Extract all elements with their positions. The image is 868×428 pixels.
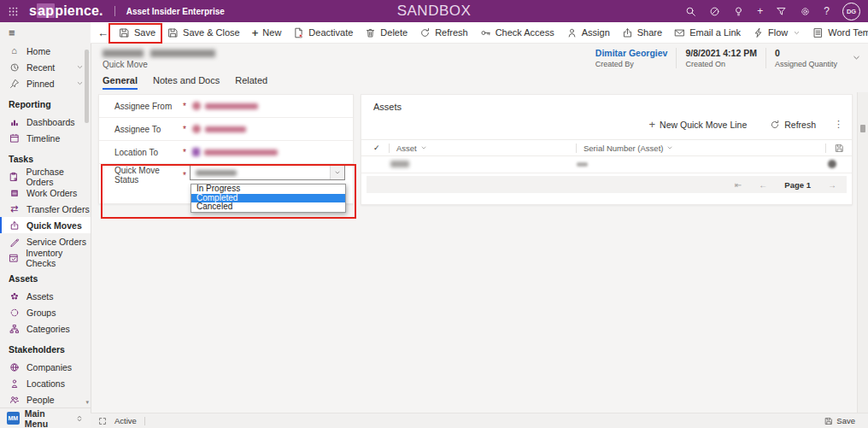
redacted-value	[204, 150, 278, 155]
scrollbar-thumb[interactable]	[85, 50, 89, 123]
back-button[interactable]: ←	[92, 26, 113, 40]
hierarchy-icon	[9, 323, 20, 334]
sidebar-item-companies[interactable]: Companies	[0, 359, 91, 375]
redacted-icon	[192, 148, 200, 156]
search-icon[interactable]	[685, 6, 696, 17]
sidebar-item-locations[interactable]: Locations	[0, 375, 91, 391]
command-label: Refresh	[435, 27, 468, 38]
sitemap-sidebar: ≡ ⌂ Home Recent Pinned Reporting Dashboa…	[0, 22, 91, 428]
email-link-button[interactable]: Email a Link	[668, 23, 747, 42]
command-label: Email a Link	[689, 27, 741, 38]
column-header-asset[interactable]: Asset	[390, 144, 576, 153]
slash-circle-icon[interactable]	[709, 6, 720, 17]
chevron-down-icon[interactable]	[76, 63, 84, 71]
sidebar-item-assets[interactable]: Assets	[0, 288, 91, 304]
assignee-from-lookup[interactable]	[192, 102, 258, 110]
sidebar-item-label: Service Orders	[26, 237, 86, 247]
help-icon[interactable]: ?	[824, 6, 830, 16]
new-quick-move-line-button[interactable]: + New Quick Move Line	[644, 118, 753, 131]
gear-icon[interactable]	[800, 6, 811, 17]
record-title-redacted	[150, 50, 215, 57]
subgrid-title: Assets	[373, 102, 402, 112]
assign-button[interactable]: Assign	[560, 23, 616, 42]
sidebar-item-label: Locations	[26, 378, 65, 389]
required-marker: *	[183, 125, 186, 134]
envelope-icon	[674, 27, 685, 38]
clock-icon	[9, 62, 20, 73]
sidebar-section-reporting: Reporting	[0, 91, 91, 114]
first-page-icon[interactable]: ⇤	[735, 180, 742, 190]
brand-logo[interactable]: sappience.	[29, 3, 103, 19]
sidebar-item-pinned[interactable]: Pinned	[0, 75, 91, 91]
field-label: Location To	[114, 148, 181, 157]
more-commands-icon[interactable]: ⋮	[834, 119, 843, 130]
location-to-lookup[interactable]	[192, 148, 278, 156]
deactivate-icon	[293, 27, 304, 38]
redacted-asset-cell	[390, 161, 409, 167]
sidebar-item-label: Timeline	[26, 133, 60, 144]
sidebar-item-people[interactable]: People	[0, 391, 91, 407]
column-label: Asset	[396, 144, 417, 153]
command-label: Share	[637, 27, 662, 38]
sidebar-item-label: Categories	[26, 324, 70, 334]
grid-options-icon[interactable]	[826, 144, 852, 153]
sidebar-item-transfer-orders[interactable]: ⇄ Transfer Orders	[0, 201, 91, 217]
select-all-check-icon[interactable]: ✓	[361, 144, 389, 152]
statusbar-save-button[interactable]: Save	[819, 415, 860, 426]
created-by-value[interactable]: Dimitar Georgiev	[595, 48, 668, 58]
new-button[interactable]: +New	[246, 23, 288, 42]
filter-icon[interactable]	[776, 6, 787, 17]
sidebar-item-categories[interactable]: Categories	[0, 320, 91, 337]
box-arrow-icon	[9, 220, 20, 231]
app-launcher-waffle-icon[interactable]	[8, 6, 19, 17]
sidebar-item-recent[interactable]: Recent	[0, 59, 91, 75]
tab-general[interactable]: General	[103, 75, 138, 90]
scroll-down-icon[interactable]: ▾	[85, 399, 89, 405]
expand-icon[interactable]	[98, 417, 107, 425]
sidebar-item-groups[interactable]: Groups	[0, 304, 91, 320]
chevron-down-icon[interactable]	[76, 79, 84, 87]
quick-create-plus-icon[interactable]: +	[757, 6, 763, 16]
dropdown-option-in-progress[interactable]: In Progress	[191, 185, 345, 194]
column-header-serial-number[interactable]: Serial Number (Asset)	[577, 144, 825, 153]
next-page-icon[interactable]: →	[828, 180, 836, 190]
dropdown-option-canceled[interactable]: Canceled	[191, 202, 345, 212]
scrollbar-thumb[interactable]	[860, 125, 865, 132]
save-and-close-button[interactable]: Save & Close	[161, 23, 246, 42]
required-marker: *	[183, 102, 186, 111]
sidebar-item-timeline[interactable]: Timeline	[0, 130, 91, 146]
refresh-button[interactable]: Refresh	[413, 23, 474, 42]
sidebar-item-purchase-orders[interactable]: Purchase Orders	[0, 168, 91, 185]
lightbulb-icon[interactable]	[733, 6, 744, 17]
save-button[interactable]: Save	[113, 23, 161, 42]
product-name: Asset Insider Enterprise	[126, 7, 225, 16]
subgrid-refresh-button[interactable]: Refresh	[765, 119, 821, 131]
subgrid-header-row: ✓ Asset Serial Number (Asset)	[361, 139, 852, 156]
word-templates-button[interactable]: Word Templates	[806, 23, 868, 42]
share-button[interactable]: Share	[616, 23, 668, 42]
hamburger-menu-icon[interactable]: ≡	[0, 22, 91, 43]
check-access-button[interactable]: Check Access	[474, 23, 560, 42]
select-dropdown-button[interactable]	[330, 166, 344, 179]
divider	[144, 417, 145, 425]
sidebar-item-dashboards[interactable]: Dashboards	[0, 114, 91, 130]
table-row[interactable]	[361, 155, 852, 173]
sidebar-item-work-orders[interactable]: Work Orders	[0, 185, 91, 201]
tab-related[interactable]: Related	[235, 75, 267, 90]
sidebar-item-inventory-checks[interactable]: Inventory Checks	[0, 249, 91, 266]
previous-page-icon[interactable]: ←	[759, 180, 767, 190]
flow-button[interactable]: Flow	[747, 23, 806, 42]
command-label: New	[262, 27, 281, 38]
quick-move-status-select[interactable]	[190, 165, 345, 180]
delete-button[interactable]: Delete	[359, 23, 413, 42]
chevron-down-icon	[420, 144, 427, 151]
sidebar-item-quick-moves[interactable]: Quick Moves	[0, 217, 91, 233]
tab-notes-and-docs[interactable]: Notes and Docs	[153, 75, 220, 90]
vertical-scrollbar-track[interactable]	[857, 92, 868, 413]
sidebar-item-home[interactable]: ⌂ Home	[0, 43, 91, 59]
assignee-to-lookup[interactable]	[192, 125, 246, 133]
area-switcher[interactable]: MM Main Menu	[0, 407, 91, 428]
user-avatar[interactable]: DG	[842, 3, 860, 21]
header-expand-chevron-icon[interactable]	[852, 53, 861, 62]
deactivate-button[interactable]: Deactivate	[287, 23, 359, 42]
